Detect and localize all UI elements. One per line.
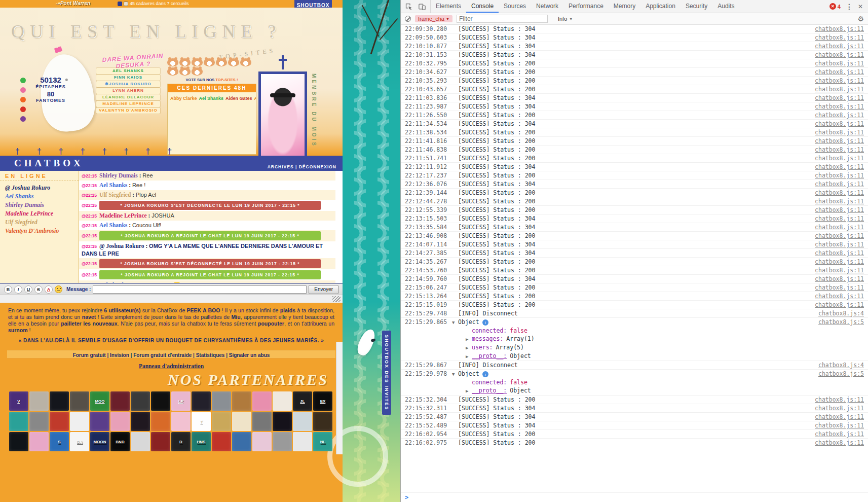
partner-site-thumbnail[interactable] [171, 412, 191, 431]
partner-site-thumbnail[interactable]: D [171, 432, 191, 451]
source-location-link[interactable]: chatbox8.js:11 [809, 154, 864, 162]
chat-message-input[interactable] [93, 285, 307, 294]
devtools-tab[interactable]: Console [466, 0, 499, 13]
expand-arrow-icon[interactable]: ▼ [452, 318, 458, 327]
breadcrumb[interactable]: -»Pont Warren [56, 1, 90, 6]
source-location-link[interactable]: chatbox8.js:11 [809, 223, 864, 231]
partner-site-thumbnail[interactable] [293, 432, 312, 451]
online-user-link[interactable]: @ Joshua Rokuro [5, 184, 73, 192]
info-icon[interactable]: i [482, 319, 488, 326]
chat-scrollbar[interactable] [336, 342, 343, 454]
footer-link[interactable]: Signaler un abus [224, 352, 270, 358]
hamster-vote-icon[interactable] [240, 58, 251, 66]
execution-context-selector[interactable]: frame_cha▼ [415, 15, 452, 22]
expand-arrow-icon[interactable]: ▶ [466, 344, 472, 352]
source-location-link[interactable]: chatbox8.js:11 [809, 189, 864, 197]
source-location-link[interactable]: chatbox8.js:11 [809, 439, 864, 447]
devtools-tab[interactable]: Application [640, 0, 681, 13]
source-location-link[interactable]: chatbox8.js:11 [809, 33, 864, 42]
source-location-link[interactable]: chatbox8.js:11 [809, 430, 864, 438]
online-staff-name[interactable]: ❄JOSHUA ROKURO [96, 81, 160, 87]
source-location-link[interactable]: chatbox8.js:11 [809, 51, 864, 59]
source-location-link[interactable]: chatbox8.js:11 [809, 59, 864, 67]
partner-site-thumbnail[interactable] [212, 391, 231, 411]
partner-site-thumbnail[interactable]: S [50, 432, 69, 451]
error-count-badge[interactable]: ✕4 [829, 3, 841, 10]
logout-link[interactable]: DÉCONNEXION [299, 164, 336, 169]
partner-site-thumbnail[interactable] [151, 391, 170, 411]
partner-site-thumbnail[interactable] [131, 412, 150, 431]
console-settings-gear-icon[interactable]: ⚙ [857, 15, 864, 23]
font-color-button[interactable]: A [45, 285, 53, 294]
source-location-link[interactable]: chatbox8.js:11 [809, 283, 864, 292]
partner-site-thumbnail[interactable] [273, 432, 292, 451]
online-user-link[interactable]: Ulf Siegfried [5, 218, 73, 227]
partner-site-thumbnail[interactable]: LP [171, 391, 191, 411]
partner-site-thumbnail[interactable] [252, 432, 272, 451]
expand-arrow-icon[interactable]: ▼ [452, 370, 458, 378]
devtools-tab[interactable]: Elements [431, 0, 466, 13]
bold-button[interactable]: B [4, 285, 12, 294]
expand-arrow-icon[interactable]: ▶ [466, 335, 472, 343]
source-location-link[interactable]: chatbox8.js:11 [809, 25, 864, 33]
inspect-element-icon[interactable] [403, 1, 415, 13]
partner-site-thumbnail[interactable] [110, 391, 130, 411]
guest-shoutbox-ribbon[interactable]: SHOUTBOX DES INVITÉS [382, 331, 391, 415]
message-author[interactable]: Ulf Siegfried [99, 192, 136, 198]
partner-site-thumbnail[interactable] [110, 412, 130, 431]
source-location-link[interactable]: chatbox8.js:11 [809, 214, 864, 223]
partner-site-thumbnail[interactable]: T [192, 412, 211, 431]
footer-link[interactable]: Statistiques [192, 352, 224, 358]
source-location-link[interactable]: chatbox8.js:4 [812, 361, 864, 369]
footer-link[interactable]: Forum gratuit [73, 352, 106, 358]
source-location-link[interactable]: chatbox8.js:11 [809, 421, 864, 429]
devtools-close-icon[interactable]: ✕ [858, 3, 863, 10]
devtools-tab[interactable]: Security [681, 0, 712, 13]
partner-site-thumbnail[interactable] [131, 391, 150, 411]
source-location-link[interactable]: chatbox8.js:4 [812, 309, 864, 317]
source-location-link[interactable]: chatbox8.js:11 [809, 396, 864, 404]
partner-site-thumbnail[interactable] [50, 412, 69, 431]
clear-console-icon[interactable] [405, 16, 411, 22]
partner-site-thumbnail[interactable] [313, 412, 332, 431]
hamster-vote-icon[interactable] [167, 58, 178, 66]
partner-site-thumbnail[interactable] [90, 412, 109, 431]
partner-site-thumbnail[interactable] [29, 432, 49, 451]
partner-site-thumbnail[interactable]: DA [70, 432, 89, 451]
devtools-tab[interactable]: Network [531, 0, 563, 13]
devtools-menu-icon[interactable]: ⋮ [846, 3, 853, 11]
devtools-tab[interactable]: Memory [609, 0, 640, 13]
partner-site-thumbnail[interactable] [70, 391, 89, 411]
devtools-tab[interactable]: Audits [712, 0, 739, 13]
partner-site-thumbnail[interactable]: BND [110, 432, 130, 451]
hamster-vote-icon[interactable] [228, 58, 239, 66]
online-staff-name[interactable]: FINN KAIOS [96, 75, 160, 81]
source-location-link[interactable]: chatbox8.js:11 [809, 249, 864, 257]
footer-link[interactable]: Invision [106, 352, 129, 358]
hamster-vote-icon[interactable] [179, 67, 191, 76]
source-location-link[interactable]: chatbox8.js:11 [809, 146, 864, 154]
vote-topsites-text[interactable]: VOTE SUR NOS TOP-SITES ! [167, 78, 256, 82]
source-location-link[interactable]: chatbox8.js:11 [809, 292, 864, 300]
member-name-link[interactable]: Ael Shanks [199, 96, 224, 101]
partner-site-thumbnail[interactable]: EX [313, 391, 332, 411]
online-user-link[interactable]: Ael Shanks [5, 192, 73, 201]
member-name-link[interactable]: Abby Clarke [170, 96, 197, 101]
partner-site-thumbnail[interactable]: MOON [90, 432, 109, 451]
source-location-link[interactable]: chatbox8.js:11 [809, 206, 864, 214]
source-location-link[interactable]: chatbox8.js:11 [809, 266, 864, 274]
partner-site-thumbnail[interactable] [151, 432, 170, 451]
hamster-vote-icon[interactable] [192, 58, 203, 66]
devtools-tab[interactable]: Sources [499, 0, 531, 13]
online-user-link[interactable]: Shirley Dumais [5, 201, 73, 209]
source-location-link[interactable]: chatbox8.js:11 [809, 85, 864, 93]
partner-site-thumbnail[interactable]: MOO [90, 391, 109, 411]
partner-site-thumbnail[interactable] [29, 412, 49, 431]
source-location-link[interactable]: chatbox8.js:11 [809, 42, 864, 50]
message-author[interactable]: @ Joshua Rokuro [99, 243, 149, 249]
partner-site-thumbnail[interactable] [273, 391, 292, 411]
partner-site-thumbnail[interactable] [29, 391, 49, 411]
underline-button[interactable]: U [24, 285, 32, 294]
partner-site-thumbnail[interactable]: V [9, 391, 28, 411]
source-location-link[interactable]: chatbox8.js:11 [809, 232, 864, 240]
